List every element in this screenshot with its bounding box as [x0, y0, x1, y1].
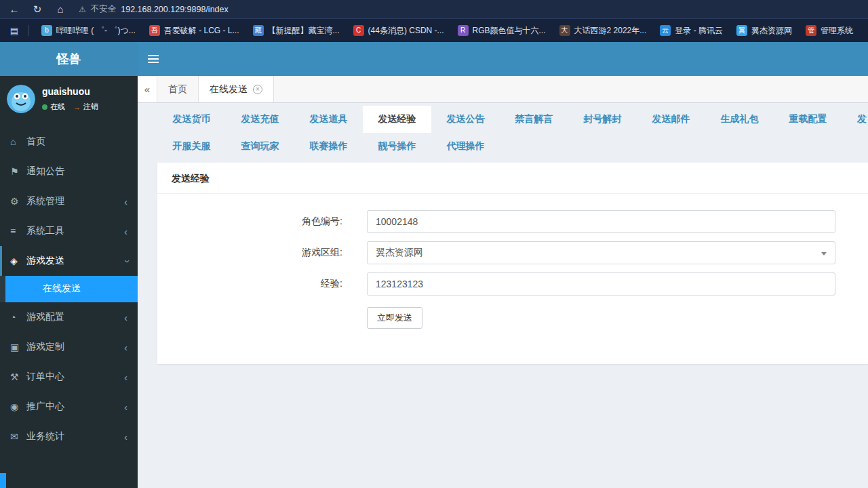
- home-icon[interactable]: ⌂: [52, 3, 69, 15]
- sidebar-item-label: 通知公告: [26, 165, 127, 178]
- logout-label: 注销: [83, 102, 98, 112]
- function-tab[interactable]: 发送货币: [157, 106, 226, 133]
- browser-toolbar: ← ↻ ⌂ ⚠ 不安全 192.168.200.129:9898/index: [0, 0, 868, 18]
- sidebar-item-label: 业务统计: [26, 430, 124, 443]
- bookmark-label: 登录 - 腾讯云: [675, 25, 723, 37]
- function-tab[interactable]: 代理操作: [431, 133, 500, 160]
- collapse-tabs-button[interactable]: «: [138, 76, 157, 102]
- sidebar-subitem-online-send[interactable]: 在线发送: [5, 276, 138, 302]
- send-now-button[interactable]: 立即发送: [367, 307, 422, 329]
- bookmark-favicon: 云: [660, 25, 671, 36]
- game-zone-label: 游戏区组:: [157, 247, 342, 259]
- function-tab-active[interactable]: 发送经验: [363, 106, 431, 133]
- sidebar-item-label: 首页: [26, 136, 127, 148]
- app-logo[interactable]: 怪兽: [0, 42, 138, 76]
- sidebar-toggle-icon[interactable]: [138, 42, 169, 76]
- experience-input[interactable]: [367, 272, 835, 296]
- sidebar-item-game-send[interactable]: ◈ 游戏发送 ‹: [0, 246, 138, 276]
- address-bar[interactable]: ⚠ 不安全 192.168.200.129:9898/index: [79, 3, 229, 15]
- avatar: [7, 85, 35, 113]
- sidebar-item-business-stats[interactable]: ✉ 业务统计 ‹: [0, 422, 138, 451]
- game-zone-select[interactable]: 翼杰资源网: [367, 241, 835, 264]
- bookmark-favicon: R: [458, 25, 469, 36]
- sign-out-icon: →: [73, 103, 81, 111]
- page-tab-home[interactable]: 首页: [157, 76, 198, 102]
- chevron-left-icon: ‹: [124, 371, 127, 383]
- sidebar-item-home[interactable]: ⌂ 首页: [0, 127, 138, 157]
- app-header: 怪兽: [0, 42, 868, 76]
- page-tab-online-send[interactable]: 在线发送 ×: [198, 76, 274, 102]
- dashboard-icon: ◔: [10, 312, 26, 323]
- function-tabs-row1: 发送货币 发送充值 发送道具 发送经验 发送公告 禁言解言 封号解封 发送邮件 …: [157, 106, 868, 133]
- sidebar-item-game-custom[interactable]: ▣ 游戏定制 ‹: [0, 332, 138, 362]
- role-id-label: 角色编号:: [157, 216, 342, 228]
- function-tab[interactable]: 发送邮件: [637, 106, 705, 133]
- bookmark-favicon: 大: [559, 25, 570, 36]
- tab-label: 首页: [168, 83, 187, 96]
- bookmark[interactable]: 藏 【新提醒】藏宝湾...: [246, 19, 347, 42]
- back-icon[interactable]: ←: [5, 3, 23, 15]
- function-tab[interactable]: 联赛操作: [294, 133, 363, 160]
- envelope-icon: ✉: [10, 431, 26, 442]
- bookmark[interactable]: 管 管理系统: [799, 19, 860, 42]
- bookmark-label: 管理系统: [821, 25, 853, 37]
- bookmark[interactable]: 大 大话西游2 2022年...: [553, 19, 654, 42]
- function-tab[interactable]: 发送道具: [294, 106, 363, 133]
- tab-close-icon[interactable]: ×: [253, 85, 262, 94]
- refresh-icon[interactable]: ↻: [28, 3, 46, 16]
- bullhorn-icon: ⚑: [10, 166, 26, 177]
- sidebar-item-promotion-center[interactable]: ◉ 推广中心 ‹: [0, 392, 138, 422]
- gear-icon: ⚙: [10, 196, 26, 207]
- bookmark[interactable]: 吾 吾爱破解 - LCG - L...: [142, 19, 246, 42]
- role-id-input[interactable]: [367, 210, 835, 233]
- user-panel: guaishuou 在线 → 注销: [0, 76, 138, 123]
- online-status-link[interactable]: 在线: [42, 102, 65, 112]
- bookmark-label: 翼杰资源网: [751, 25, 792, 37]
- sidebar-item-label: 系统工具: [26, 225, 124, 237]
- chevron-left-icon: ‹: [124, 312, 127, 323]
- chevron-down-icon: [821, 252, 827, 256]
- sidebar-item-order-center[interactable]: ⚒ 订单中心 ‹: [0, 362, 138, 392]
- form-panel: 发送经验 角色编号: 游戏区组: 翼杰资源网 经验:: [157, 163, 868, 364]
- function-tab[interactable]: 重载配置: [774, 106, 842, 133]
- security-label: 不安全: [91, 3, 117, 15]
- chevron-left-icon: ‹: [124, 196, 127, 207]
- function-tab[interactable]: 开服关服: [157, 133, 226, 160]
- sidebar-item-label: 系统管理: [26, 195, 124, 207]
- function-tab[interactable]: 查询玩家: [226, 133, 294, 160]
- bookmark[interactable]: 云 登录 - 腾讯云: [653, 19, 730, 42]
- game-zone-selected-value: 翼杰资源网: [376, 247, 423, 258]
- function-tab[interactable]: 封号解封: [568, 106, 637, 133]
- bookmark[interactable]: 翼 翼杰资源网: [730, 19, 799, 42]
- online-dot-icon: [42, 104, 47, 110]
- function-tab[interactable]: 发送公告: [431, 106, 500, 133]
- sidebar-item-system-admin[interactable]: ⚙ 系统管理 ‹: [0, 186, 138, 216]
- function-tab[interactable]: 禁言解言: [500, 106, 568, 133]
- sidebar-item-notice[interactable]: ⚑ 通知公告: [0, 157, 138, 186]
- gift-icon: ◈: [10, 256, 26, 266]
- sidebar-item-label: 订单中心: [26, 371, 124, 383]
- cube-icon: ▣: [10, 342, 26, 352]
- function-tab[interactable]: 生成礼包: [705, 106, 774, 133]
- bookmark-favicon: b: [41, 25, 52, 36]
- function-tab[interactable]: 发送充值: [226, 106, 294, 133]
- function-tab[interactable]: 靓号操作: [363, 133, 431, 160]
- sidebar-item-game-config[interactable]: ◔ 游戏配置 ‹: [0, 302, 138, 332]
- user-info: guaishuou 在线 → 注销: [42, 86, 98, 112]
- bookmark[interactable]: C (44条消息) CSDN -...: [347, 19, 451, 42]
- sidebar-scroll-indicator: [0, 473, 6, 488]
- chevron-left-icon: ‹: [124, 226, 127, 237]
- sidebar-item-label: 游戏配置: [26, 311, 124, 323]
- bookmark-favicon: C: [353, 25, 364, 36]
- bookmark-label: RGB颜色值与十六...: [473, 25, 546, 37]
- bookmark-favicon: 藏: [253, 25, 264, 36]
- reading-list-icon[interactable]: ▤: [5, 26, 23, 36]
- logout-link[interactable]: → 注销: [73, 102, 98, 112]
- bookmark[interactable]: R RGB颜色值与十六...: [451, 19, 553, 42]
- eye-icon: ◉: [10, 401, 26, 412]
- chevron-left-icon: ‹: [124, 401, 127, 413]
- sidebar-item-system-tools[interactable]: ≡ 系统工具 ‹: [0, 216, 138, 246]
- bookmark[interactable]: b 哔哩哔哩 ( ゜- ゜)つ...: [35, 19, 142, 42]
- function-tab[interactable]: 发: [842, 106, 868, 133]
- sidebar-menu: ⌂ 首页 ⚑ 通知公告 ⚙ 系统管理 ‹ ≡ 系统工具 ‹ ◈ 游戏发送 ‹ 在…: [0, 123, 138, 451]
